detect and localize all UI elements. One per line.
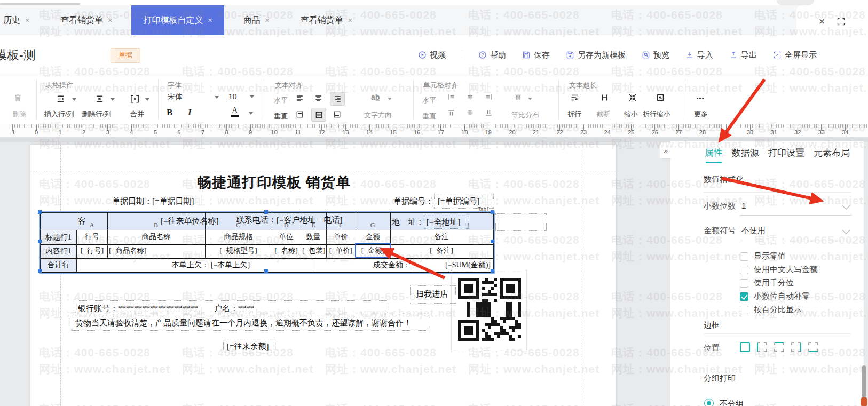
bottom-border-icon[interactable]: [808, 342, 818, 352]
header-cell-备注[interactable]: 备注: [392, 230, 491, 244]
valign-top-icon[interactable]: [293, 108, 306, 121]
checkbox-显示零值[interactable]: 显示零值: [740, 251, 786, 261]
phone-field[interactable]: 联系电话：[=客户地址－电话]: [236, 215, 342, 225]
chevron-down-icon[interactable]: [842, 227, 850, 234]
selection-handle[interactable]: [491, 210, 494, 214]
tab-查看销货单[interactable]: 查看销货单×: [49, 5, 124, 35]
delete-row-col-icon[interactable]: [94, 94, 105, 104]
truncate-text-button[interactable]: 截断: [596, 109, 610, 119]
insert-row-col-icon[interactable]: [56, 94, 66, 104]
balance-field-box[interactable]: [=往来余额]: [223, 339, 274, 354]
more-icon[interactable]: [696, 94, 705, 103]
header-cell-数量[interactable]: 数量: [302, 230, 325, 244]
row-label-total[interactable]: 合计行: [41, 258, 77, 272]
chevron-down-icon[interactable]: [842, 202, 850, 210]
merge-cells-button[interactable]: 合并: [130, 109, 144, 119]
selection-handle[interactable]: [38, 269, 42, 273]
content-cell[interactable]: [=商品名称]: [109, 244, 203, 258]
panel-collapse-button[interactable]: »: [660, 142, 671, 159]
content-cell[interactable]: [=行号]: [78, 244, 106, 258]
selection-handle[interactable]: [264, 210, 268, 214]
bank-line-box[interactable]: 银行账号：******************** 户名：****: [74, 300, 388, 316]
wrap-shrink-icon[interactable]: [656, 93, 665, 102]
content-cell[interactable]: [=名称]: [273, 244, 299, 258]
row-label-header[interactable]: 标题行1: [41, 230, 77, 244]
play-button[interactable]: 视频: [418, 50, 446, 60]
decimal-places-value[interactable]: 1: [741, 201, 746, 210]
save-button[interactable]: 保存: [522, 50, 550, 60]
bold-button[interactable]: B: [167, 107, 172, 118]
italic-button[interactable]: I: [188, 107, 192, 118]
address-label[interactable]: 地 址：: [392, 217, 424, 227]
checkbox-checked-icon[interactable]: [740, 292, 748, 301]
truncate-text-icon[interactable]: [600, 93, 610, 102]
checkbox-小数位自动补零[interactable]: 小数位自动补零: [740, 291, 810, 301]
header-cell-单价[interactable]: 单价: [328, 230, 354, 244]
panel-tab-打印设置[interactable]: 打印设置: [768, 147, 804, 163]
date-field[interactable]: 单据日期：[=单据日期]: [112, 196, 194, 206]
header-cell-金额[interactable]: 金额: [357, 230, 389, 244]
maximize-icon[interactable]: [837, 17, 846, 26]
text-direction-button[interactable]: 文字方向: [364, 110, 392, 120]
cell-valign-top-icon[interactable]: [447, 109, 455, 117]
header-cell-商品名称[interactable]: 商品名称: [109, 230, 203, 244]
top-border-icon[interactable]: [774, 342, 784, 352]
delete-row-col-button[interactable]: 删除行/列: [82, 109, 112, 119]
checkbox-icon[interactable]: [740, 279, 748, 288]
content-cell[interactable]: [=包装]: [302, 244, 325, 258]
align-center-icon[interactable]: [311, 92, 325, 105]
cell-valign-middle-icon[interactable]: [466, 109, 474, 117]
wrap-shrink-button[interactable]: 折行缩小: [643, 109, 670, 119]
delete-label[interactable]: 删除: [12, 109, 26, 119]
all-borders-icon[interactable]: [740, 342, 750, 352]
header-cell-单位[interactable]: 单位: [273, 230, 299, 244]
checkbox-icon[interactable]: [740, 266, 748, 274]
distribute-columns-icon[interactable]: [514, 93, 522, 101]
tab-商品[interactable]: 商品×: [232, 5, 281, 35]
qr-code[interactable]: [458, 276, 521, 343]
content-cell[interactable]: [=备注]: [392, 244, 491, 258]
currency-symbol-value[interactable]: 不使用: [741, 226, 766, 236]
doc-heading[interactable]: 畅捷通打印模板 销货单: [30, 173, 517, 192]
panel-tab-数据源[interactable]: 数据源: [732, 147, 759, 163]
checkbox-使用中文大写金额[interactable]: 使用中文大写金额: [740, 265, 818, 275]
cell-valign-bottom-icon[interactable]: [485, 109, 493, 117]
text-direction-icon[interactable]: ab̲: [371, 93, 380, 101]
horizontal-scrollbar[interactable]: [0, 3, 80, 5]
checkbox-使用千分位[interactable]: 使用千分位: [740, 278, 794, 288]
tab-查看销货单[interactable]: 查看销货单×: [289, 5, 364, 35]
distribute-button[interactable]: 等比分布: [511, 110, 539, 120]
no-group-radio[interactable]: [704, 399, 714, 406]
help-button[interactable]: ?帮助: [478, 50, 506, 60]
cell-align-center-icon[interactable]: [466, 93, 474, 101]
total-right-label[interactable]: 成交金额：: [358, 260, 411, 270]
content-cell[interactable]: [=单价]: [328, 244, 354, 258]
empty-element-box[interactable]: [495, 213, 547, 231]
checkbox-icon[interactable]: [740, 252, 748, 261]
tab-close-icon[interactable]: ×: [108, 16, 112, 25]
selection-handle[interactable]: [491, 240, 494, 243]
wrap-text-icon[interactable]: [570, 93, 580, 102]
total-left-field[interactable]: [=本单上欠]: [211, 260, 250, 270]
valign-middle-icon[interactable]: [311, 108, 326, 122]
merge-cells-icon[interactable]: [130, 94, 140, 104]
left-border-icon[interactable]: [757, 342, 767, 352]
font-color-button[interactable]: A: [231, 106, 239, 117]
customer-name-field[interactable]: [=往来单位名称]: [161, 216, 218, 226]
delete-icon[interactable]: [13, 92, 23, 102]
more-button[interactable]: 更多: [694, 109, 708, 119]
align-left-icon[interactable]: [293, 92, 306, 105]
tab-close-icon[interactable]: ×: [208, 16, 212, 25]
save-as-button[interactable]: 另存为新模板: [566, 50, 626, 60]
header-cell-行号[interactable]: 行号: [78, 230, 106, 244]
address-field-box[interactable]: [=全地址]: [424, 216, 469, 229]
checkbox-icon[interactable]: [740, 306, 748, 314]
selection-handle[interactable]: [38, 240, 42, 243]
vertical-scrollbar-thumb[interactable]: [862, 365, 866, 397]
items-table[interactable]: 客 [=往来单位名称] 联系电话：[=客户地址－电话] 地 址： [=全地址] …: [40, 212, 494, 273]
font-size-select[interactable]: 10: [228, 92, 254, 101]
preview-button[interactable]: 预览: [642, 50, 669, 60]
shrink-text-button[interactable]: 缩小: [624, 109, 638, 119]
tab-close-icon[interactable]: ×: [265, 16, 270, 25]
shrink-text-icon[interactable]: [628, 93, 637, 102]
